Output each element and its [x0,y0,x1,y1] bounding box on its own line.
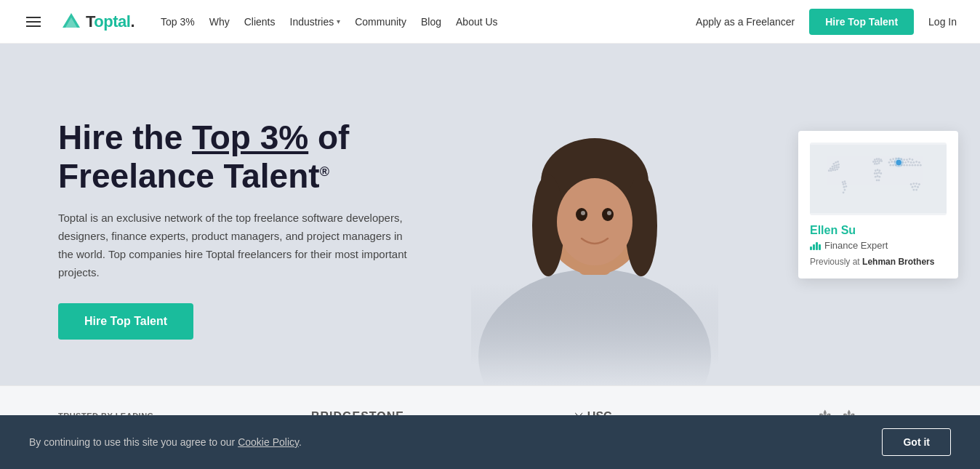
svg-point-71 [909,158,911,160]
svg-point-91 [906,164,908,167]
nav-community[interactable]: Community [355,16,406,28]
svg-point-58 [880,172,882,175]
svg-point-18 [832,166,834,168]
svg-point-19 [833,165,835,167]
svg-point-35 [844,183,846,185]
svg-point-51 [878,162,880,164]
svg-point-53 [877,169,879,171]
svg-point-40 [874,159,876,161]
profile-card: Ellen Su Finance Expert Previously at Le… [798,131,958,278]
svg-point-44 [872,161,875,163]
svg-point-39 [843,191,845,193]
world-map [810,143,947,215]
cookie-text: By continuing to use this site you agree… [29,436,302,448]
nav-top3[interactable]: Top 3% [161,16,195,28]
svg-point-36 [843,186,846,188]
svg-point-103 [917,186,919,188]
svg-point-26 [838,167,840,169]
profile-previously: Previously at Lehman Brothers [810,257,947,267]
hire-top-talent-button[interactable]: Hire Top Talent [809,9,914,35]
svg-point-47 [878,160,880,162]
apply-freelancer-link[interactable]: Apply as a Freelancer [696,16,795,28]
svg-point-83 [915,161,917,163]
svg-point-38 [844,189,846,191]
logo-icon [61,12,81,32]
hero-title: Hire the Top 3% of Freelance Talent® [58,119,436,196]
svg-point-100 [918,183,920,185]
logo-text: Toptal. [86,12,134,31]
svg-point-99 [915,183,917,185]
nav-links: Top 3% Why Clients Industries ▾ Communit… [161,16,498,28]
hero-hire-button[interactable]: Hire Top Talent [58,303,193,340]
svg-point-85 [890,164,892,167]
chevron-down-icon: ▾ [337,17,340,25]
svg-point-22 [830,167,832,169]
login-link[interactable]: Log In [928,16,957,28]
svg-point-46 [877,160,879,162]
nav-blog[interactable]: Blog [421,16,441,28]
svg-point-105 [915,189,917,191]
navbar-right: Apply as a Freelancer Hire Top Talent Lo… [696,9,957,35]
svg-point-74 [891,161,893,163]
svg-rect-13 [471,284,718,385]
svg-point-95 [917,164,919,167]
svg-point-28 [830,169,832,172]
svg-point-97 [910,183,912,185]
svg-point-25 [835,167,838,169]
logo[interactable]: Toptal. [61,12,134,32]
svg-point-50 [876,163,878,165]
svg-point-57 [878,172,880,174]
svg-point-98 [912,183,915,185]
svg-point-34 [843,183,845,185]
svg-point-69 [903,159,905,161]
svg-point-90 [903,164,905,167]
svg-point-73 [888,161,891,164]
svg-point-84 [918,161,920,164]
cookie-banner: By continuing to use this site you agree… [0,415,980,469]
map-svg [810,143,947,215]
svg-point-27 [828,169,830,172]
svg-point-33 [844,180,846,183]
svg-point-21 [838,164,840,166]
svg-point-107 [894,158,904,167]
svg-point-81 [910,161,912,164]
svg-point-8 [557,178,632,265]
svg-point-80 [907,161,909,163]
svg-point-55 [874,172,876,175]
svg-point-42 [878,158,880,160]
svg-point-96 [920,164,922,167]
hamburger-menu[interactable] [23,14,44,30]
navbar-left: Toptal. Top 3% Why Clients Industries ▾ … [23,12,498,32]
svg-point-37 [845,185,847,188]
svg-point-49 [874,163,876,165]
profile-name: Ellen Su [810,224,947,237]
nav-clients[interactable]: Clients [244,16,276,28]
bar-chart-icon [810,241,821,250]
got-it-button[interactable]: Got it [882,428,951,456]
svg-point-15 [832,163,835,165]
hero-content: Hire the Top 3% of Freelance Talent® Top… [58,119,436,340]
svg-point-94 [914,164,916,167]
svg-point-62 [876,179,878,181]
svg-point-72 [912,159,914,161]
hero-section: Hire the Top 3% of Freelance Talent® Top… [0,44,980,385]
svg-point-32 [842,181,844,183]
svg-point-45 [875,161,877,163]
svg-point-56 [876,172,878,175]
svg-point-16 [835,161,837,164]
svg-point-24 [833,167,835,169]
svg-point-60 [877,175,879,177]
svg-point-92 [909,164,911,167]
svg-point-29 [832,169,835,171]
svg-point-101 [912,186,914,188]
nav-industries[interactable]: Industries ▾ [290,16,341,28]
svg-point-48 [880,160,883,162]
nav-about[interactable]: About Us [456,16,498,28]
cookie-policy-link[interactable]: Cookie Policy [238,436,299,448]
svg-rect-14 [810,145,947,213]
svg-point-61 [878,176,880,178]
svg-point-63 [878,179,880,181]
nav-why[interactable]: Why [209,16,230,28]
svg-point-70 [906,159,908,161]
svg-point-31 [836,168,838,170]
